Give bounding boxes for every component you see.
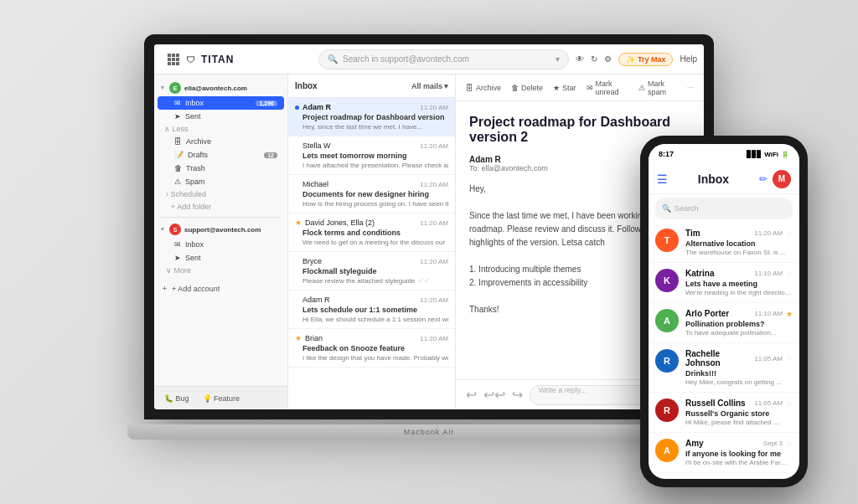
help-link[interactable]: Help [680, 54, 697, 64]
phone-sender: Tim [685, 229, 754, 238]
star-empty-icon[interactable]: ☆ [786, 440, 793, 448]
phone-subject: Pollination problems? [685, 320, 793, 328]
delete-button[interactable]: 🗑 Delete [511, 84, 543, 92]
feature-button[interactable]: 💡 Feature [203, 394, 240, 403]
reply-icon[interactable]: ↩ [466, 387, 477, 403]
email-preview: Hi Ella, we should schedule a 1:1 sessio… [295, 316, 448, 323]
star-button[interactable]: ★ Star [553, 84, 576, 92]
delete-icon: 🗑 [511, 84, 519, 92]
sidebar-item-drafts[interactable]: 📝 Drafts 12 [158, 148, 284, 162]
signal-icon: ▊▊▊ [747, 151, 762, 158]
phone-menu-icon[interactable]: ☰ [657, 172, 668, 186]
search-bar[interactable]: 🔍 Search in support@avontech.com ▾ [318, 49, 569, 69]
archive-icon: 🗄 [174, 137, 182, 146]
sidebar-item-inbox-1[interactable]: ✉ Inbox 1,296 [158, 96, 284, 110]
phone-screen: 8:17 ▊▊▊ WiFi 🔋 ☰ Inbox ✏ M 🔍 Search T T… [649, 144, 799, 479]
settings-icon[interactable]: ⚙ [604, 54, 612, 64]
sidebar-item-sent-2[interactable]: ➤ Sent [158, 251, 284, 265]
email-item[interactable]: Adam R 11:20 AM Project roadmap for Dash… [288, 98, 455, 136]
star-empty-icon[interactable]: ☆ [786, 399, 793, 408]
email-time: 11:20 AM [420, 181, 448, 188]
less-toggle[interactable]: ∧ Less [154, 123, 287, 135]
email-item[interactable]: Bryce 11:20 AM Flockmall styleguide Plea… [288, 252, 455, 291]
sidebar-item-spam[interactable]: ⚠ Spam [158, 175, 284, 188]
spam-icon: ⚠ [638, 84, 645, 92]
phone-email-content: Tim 11:20 AM ☆ Alternative location The … [685, 229, 793, 256]
try-max-button[interactable]: ✨ Try Max [618, 53, 673, 66]
phone-email-item[interactable]: S Sales Sept 3 ☆ Test Testing out the ne… [649, 473, 799, 479]
phone-compose-icon[interactable]: ✏ [759, 173, 768, 185]
email-item[interactable]: Adam R 11:20 AM Lets schedule our 1:1 so… [288, 291, 455, 329]
refresh-icon[interactable]: ↻ [591, 54, 597, 64]
top-bar: 🛡 TITAN 🔍 Search in support@avontech.com… [154, 44, 704, 75]
email-item[interactable]: ★ David Jones, Ella (2) 11:20 AM Flock t… [288, 213, 455, 252]
archive-icon: 🗄 [466, 84, 473, 92]
inbox-badge: 1,296 [256, 100, 277, 106]
all-mails-button[interactable]: All mails ▾ [411, 82, 448, 90]
mark-unread-button[interactable]: ✉ Mark unread [587, 80, 629, 96]
more-actions[interactable]: ··· [687, 83, 694, 92]
email-item[interactable]: ★ Brian 11:20 AM Feedback on Snooze feat… [288, 329, 455, 368]
spam-icon: ⚠ [174, 177, 181, 186]
phone-email-item[interactable]: K Katrina 11:10 AM ☆ Lets have a meeting… [649, 263, 799, 303]
phone-sender: Russell Collins [685, 399, 754, 408]
phone-email-content: Amy Sept 3 ☆ If anyone is looking for me… [685, 439, 793, 466]
phone-avatar: M [773, 170, 791, 188]
chevron-down-icon: ▾ [161, 85, 164, 91]
trash-label: Trash [186, 164, 277, 172]
star-empty-icon[interactable]: ☆ [786, 270, 793, 278]
add-account-button[interactable]: ＋ + Add account [154, 280, 287, 297]
phone-email-item[interactable]: T Tim 11:20 AM ☆ Alternative location Th… [649, 223, 799, 263]
phone-email-item[interactable]: A Amy Sept 3 ☆ If anyone is looking for … [649, 433, 799, 473]
inbox-icon: ✉ [174, 99, 181, 107]
reply-placeholder: Write a reply... [539, 386, 587, 394]
add-icon: ＋ [161, 283, 168, 294]
sent-icon-2: ➤ [174, 254, 181, 262]
add-folder-button[interactable]: + Add folder [154, 200, 287, 213]
drafts-icon: 📝 [174, 151, 183, 159]
mail-body: ▾ E ella@avontech.com ✉ Inbox 1,296 ➤ Se… [154, 75, 704, 409]
sidebar-item-sent-1[interactable]: ➤ Sent [158, 110, 284, 123]
bug-button[interactable]: 🐛 Bug [164, 394, 189, 403]
sidebar-item-trash[interactable]: 🗑 Trash [158, 162, 284, 175]
phone-search[interactable]: 🔍 Search [655, 198, 793, 219]
phone-status-bar: 8:17 ▊▊▊ WiFi 🔋 [649, 144, 799, 164]
phone-email-item[interactable]: R Rachelle Johnson 11:05 AM ☆ Drinks!!! … [649, 343, 799, 393]
email-sender: Adam R [302, 296, 416, 304]
sidebar-item-archive[interactable]: 🗄 Archive [158, 135, 284, 148]
email-preview: I have attached the presentation. Please… [295, 162, 448, 169]
email-preview: Please review the attached styleguide ✓✓ [295, 277, 448, 285]
phone-subject: Russell's Organic store [685, 409, 793, 418]
battery-icon: 🔋 [781, 151, 789, 158]
email-time: 11:20 AM [420, 104, 448, 111]
star-filled-icon[interactable]: ★ [786, 310, 793, 318]
star-empty-icon[interactable]: ☆ [786, 229, 793, 238]
sidebar-item-inbox-2[interactable]: ✉ Inbox [158, 238, 284, 251]
scheduled-toggle[interactable]: › Scheduled [154, 188, 287, 200]
star-empty-icon[interactable]: ☆ [786, 354, 793, 363]
logo-text: TITAN [201, 54, 234, 65]
drafts-label: Drafts [188, 151, 260, 159]
email-sender: Bryce [302, 257, 416, 265]
email-item[interactable]: Michael 11:20 AM Documents for new desig… [288, 175, 455, 213]
phone-subject: If anyone is looking for me [685, 450, 793, 458]
star-icon: ★ [553, 84, 560, 92]
phone-email-item[interactable]: A Arlo Porter 11:10 AM ★ Pollination pro… [649, 303, 799, 343]
eye-icon[interactable]: 👁 [576, 54, 584, 64]
archive-button[interactable]: 🗄 Archive [466, 84, 501, 92]
mark-unread-icon: ✉ [587, 84, 593, 92]
email-subject: Feedback on Snooze feature [295, 344, 448, 352]
email-sender: Stella W [302, 141, 416, 150]
email-subject: Documents for new designer hiring [295, 190, 448, 198]
forward-icon[interactable]: ↪ [512, 387, 523, 403]
email-time: 11:20 AM [420, 219, 448, 227]
trash-icon: 🗑 [174, 164, 182, 172]
reply-actions: ↩ ↩↩ ↪ [466, 387, 523, 403]
mark-spam-button[interactable]: ⚠ Mark spam [638, 80, 677, 96]
more-toggle[interactable]: ∨ More [154, 265, 287, 276]
email-item[interactable]: Stella W 11:20 AM Lets meet tomorrow mor… [288, 136, 455, 175]
phone-preview: We're heading in the right direction ... [685, 289, 793, 296]
phone-status-icons: ▊▊▊ WiFi 🔋 [747, 151, 789, 158]
phone-email-item[interactable]: R Russell Collins 11:05 AM ☆ Russell's O… [649, 393, 799, 433]
reply-all-icon[interactable]: ↩↩ [483, 387, 505, 403]
